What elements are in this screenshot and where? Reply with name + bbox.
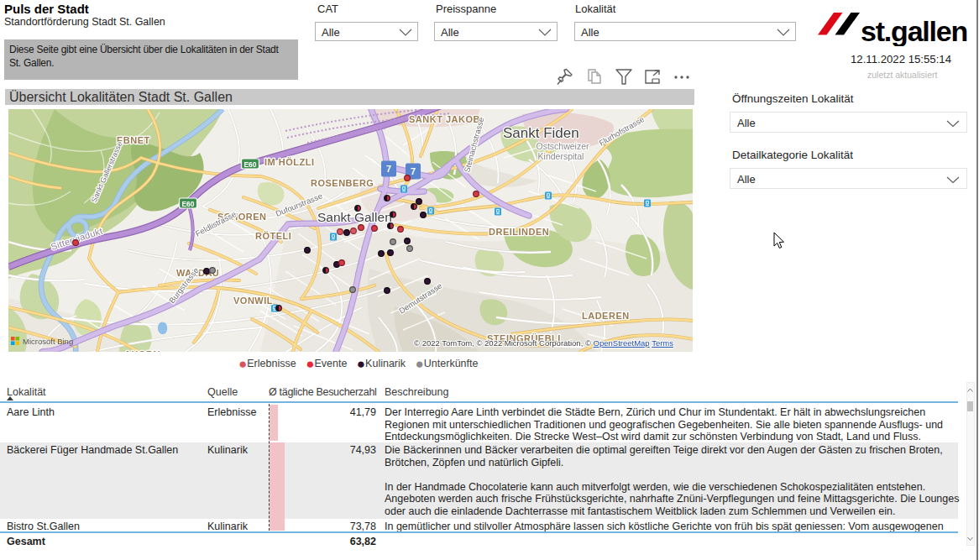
svg-text:VONWIL: VONWIL — [233, 296, 273, 306]
svg-text:AHORN: AHORN — [124, 349, 160, 352]
svg-text:Ostschweizer: Ostschweizer — [536, 141, 589, 151]
svg-text:Sankt Gallen: Sankt Gallen — [317, 210, 392, 224]
svg-text:7: 7 — [411, 166, 416, 176]
svg-text:SANKT JAKOB: SANKT JAKOB — [409, 114, 480, 124]
svg-text:E60: E60 — [243, 160, 256, 169]
svg-text:st.gallen: st.gallen — [861, 15, 967, 46]
svg-text:Kinderspital: Kinderspital — [538, 151, 584, 161]
svg-text:Microsoft Bing: Microsoft Bing — [23, 337, 73, 346]
svg-text:Sankt Fiden: Sankt Fiden — [503, 125, 579, 141]
svg-text:RÖTELI: RÖTELI — [255, 231, 291, 241]
svg-text:IM HÖLZLI: IM HÖLZLI — [264, 157, 315, 167]
svg-text:E60: E60 — [181, 200, 194, 208]
svg-text:LADEREN: LADEREN — [582, 311, 630, 321]
svg-text:ROSENBERG: ROSENBERG — [311, 178, 374, 188]
svg-text:DREILINDEN: DREILINDEN — [489, 227, 549, 237]
svg-text:© 2022 TomTom, © 2022 Microsof: © 2022 TomTom, © 2022 Microsoft Corporat… — [414, 338, 673, 348]
svg-text:7: 7 — [386, 164, 391, 174]
